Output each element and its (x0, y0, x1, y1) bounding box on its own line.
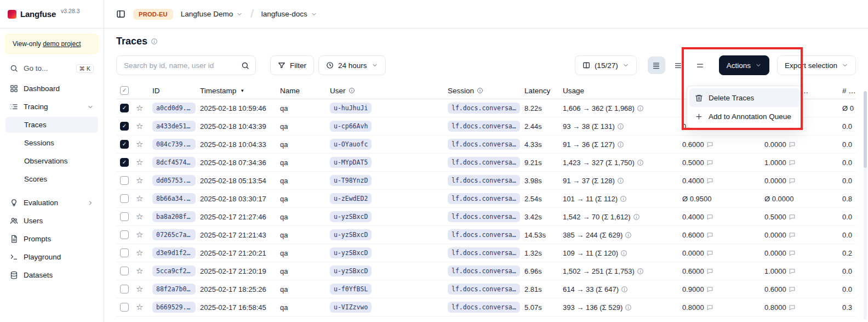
session-badge[interactable]: lf.docs.conversation... (448, 121, 520, 132)
session-badge[interactable]: lf.docs.conversation... (448, 193, 520, 204)
col-header-session[interactable]: Session (448, 87, 524, 95)
bookmark-star-icon[interactable]: ☆ (136, 302, 143, 312)
table-row[interactable]: ☆ba8a208f...2025-02-17 21:27:46qau-yzSBx… (116, 208, 856, 226)
user-badge[interactable]: u-yzSBxcD (330, 247, 372, 258)
trace-id-badge[interactable]: 88f2a7b0... (152, 284, 196, 295)
row-checkbox[interactable] (120, 194, 129, 203)
bookmark-star-icon[interactable]: ☆ (136, 194, 143, 204)
sidebar-item-users[interactable]: Users (5, 213, 98, 229)
bookmark-star-icon[interactable]: ☆ (136, 266, 143, 276)
org-selector[interactable]: Langfuse Demo (181, 10, 243, 18)
sidebar-item-observations[interactable]: Observations (5, 153, 98, 169)
row-checkbox[interactable] (120, 248, 129, 257)
bookmark-star-icon[interactable]: ☆ (136, 248, 143, 258)
search-input[interactable] (123, 61, 237, 70)
sidebar-item-playground[interactable]: Playground (5, 249, 98, 265)
session-badge[interactable]: lf.docs.conversation... (448, 229, 520, 240)
table-row[interactable]: ☆88f2a7b0...2025-02-17 18:25:26qau-f0YfB… (116, 280, 856, 298)
row-checkbox[interactable] (120, 230, 129, 239)
user-badge[interactable]: u-T98YnzD (330, 175, 372, 186)
user-badge[interactable]: u-VIZzvwo (330, 302, 372, 313)
session-badge[interactable]: lf.docs.conversation... (448, 247, 520, 258)
table-row[interactable]: ☆5cca9cf2...2025-02-17 21:20:19qau-yzSBx… (116, 262, 856, 280)
menu-item-add-to-annotation-queue[interactable]: Add to Annotation Queue (689, 107, 800, 126)
user-badge[interactable]: u-MYpDAT5 (330, 157, 372, 168)
sidebar-item-traces[interactable]: Traces (5, 117, 98, 133)
trace-id-badge[interactable]: ba8a208f... (152, 211, 196, 222)
time-range-button[interactable]: 24 hours (318, 55, 386, 75)
trace-id-badge[interactable]: dd05753... (152, 175, 196, 186)
user-badge[interactable]: u-cp66Avh (330, 121, 372, 132)
row-height-small-button[interactable] (648, 57, 665, 74)
project-selector[interactable]: langfuse-docs (261, 10, 317, 18)
table-row[interactable]: ✓☆8dcf4574...2025-02-18 07:34:36qau-MYpD… (116, 154, 856, 172)
bookmark-star-icon[interactable]: ☆ (136, 121, 143, 131)
row-height-large-button[interactable] (692, 57, 709, 74)
user-badge[interactable]: u-yzSBxcD (330, 229, 372, 240)
session-badge[interactable]: lf.docs.conversation... (448, 139, 520, 150)
bookmark-star-icon[interactable]: ☆ (136, 157, 143, 167)
col-header-id[interactable]: ID (152, 87, 200, 95)
user-badge[interactable]: u-yzSBxcD (330, 211, 372, 222)
user-badge[interactable]: u-huJhuJi (330, 103, 372, 114)
session-badge[interactable]: lf.docs.conversation... (448, 211, 520, 222)
row-checkbox[interactable] (120, 212, 129, 221)
col-header-name[interactable]: Name (280, 87, 330, 95)
sidebar-item-dashboard[interactable]: Dashboard (5, 81, 98, 97)
sidebar-item-prompts[interactable]: Prompts (5, 231, 98, 247)
col-header-timestamp[interactable]: Timestamp▼ (200, 87, 280, 95)
select-all-checkbox[interactable]: ✓ (120, 86, 129, 95)
trace-id-badge[interactable]: 084c739... (152, 139, 196, 150)
trace-id-badge[interactable]: 8b66a34... (152, 193, 196, 204)
trace-id-badge[interactable]: d3e9d1f2... (152, 247, 196, 258)
sidebar-item-scores[interactable]: Scores (5, 171, 98, 187)
row-checkbox[interactable] (120, 176, 129, 185)
col-header-latency[interactable]: Latency (524, 87, 563, 95)
row-checkbox[interactable]: ✓ (120, 104, 129, 112)
row-checkbox[interactable]: ✓ (120, 158, 129, 167)
user-badge[interactable]: u-zEwdED2 (330, 193, 372, 204)
sidebar-item-tracing[interactable]: Tracing (5, 99, 98, 115)
session-badge[interactable]: lf.docs.conversation... (448, 157, 520, 168)
row-checkbox[interactable]: ✓ (120, 140, 129, 149)
sidebar-toggle-button[interactable] (116, 9, 125, 19)
actions-button[interactable]: Actions (719, 55, 769, 75)
bookmark-star-icon[interactable]: ☆ (136, 176, 143, 185)
row-height-medium-button[interactable] (670, 57, 687, 74)
trace-id-badge[interactable]: 5cca9cf2... (152, 265, 196, 276)
sidebar-item-sessions[interactable]: Sessions (5, 135, 98, 151)
filter-button[interactable]: Filter (270, 55, 314, 75)
scrollbar-thumb[interactable] (864, 91, 867, 168)
bookmark-star-icon[interactable]: ☆ (136, 230, 143, 240)
trace-id-badge[interactable]: 07265c7a... (152, 229, 196, 240)
row-checkbox[interactable] (120, 285, 129, 293)
bookmark-star-icon[interactable]: ☆ (136, 284, 143, 294)
row-checkbox[interactable] (120, 267, 129, 275)
session-badge[interactable]: lf.docs.conversation... (448, 175, 520, 186)
session-badge[interactable]: lf.docs.conversation... (448, 284, 520, 295)
user-badge[interactable]: u-f0YfBSL (330, 284, 372, 295)
user-badge[interactable]: u-yzSBxcD (330, 265, 372, 276)
table-row[interactable]: ☆d3e9d1f2...2025-02-17 21:20:21qau-yzSBx… (116, 244, 856, 262)
table-row[interactable]: ☆8b66a34...2025-02-18 03:30:17qau-zEwdED… (116, 190, 856, 208)
session-badge[interactable]: lf.docs.conversation... (448, 302, 520, 313)
bookmark-star-icon[interactable]: ☆ (136, 139, 143, 149)
table-row[interactable]: ☆dd05753...2025-02-18 05:13:54qau-T98Ynz… (116, 172, 856, 190)
row-checkbox[interactable] (120, 303, 129, 312)
table-row[interactable]: ☆b669529...2025-02-17 16:58:45qau-VIZzvw… (116, 298, 856, 317)
table-row[interactable]: ☆07265c7a...2025-02-17 21:21:43qau-yzSBx… (116, 226, 856, 244)
demo-project-link[interactable]: demo project (43, 40, 81, 48)
bookmark-star-icon[interactable]: ☆ (136, 103, 143, 113)
sidebar-item-evaluation[interactable]: Evaluation (5, 195, 98, 211)
session-badge[interactable]: lf.docs.conversation... (448, 265, 520, 276)
trace-id-badge[interactable]: b669529... (152, 302, 196, 313)
go-to-search[interactable]: Go to... ⌘ K (5, 60, 98, 76)
session-badge[interactable]: lf.docs.conversation... (448, 103, 520, 114)
column-visibility-button[interactable]: (15/27) (575, 55, 637, 75)
table-row[interactable]: ✓☆084c739...2025-02-18 10:04:33qau-OYauo… (116, 135, 856, 154)
search-icon[interactable] (241, 61, 249, 70)
vertical-scrollbar[interactable] (864, 91, 867, 320)
trace-id-badge[interactable]: 8dcf4574... (152, 157, 196, 168)
trace-id-badge[interactable]: a433de51... (152, 121, 196, 132)
row-checkbox[interactable]: ✓ (120, 122, 129, 131)
